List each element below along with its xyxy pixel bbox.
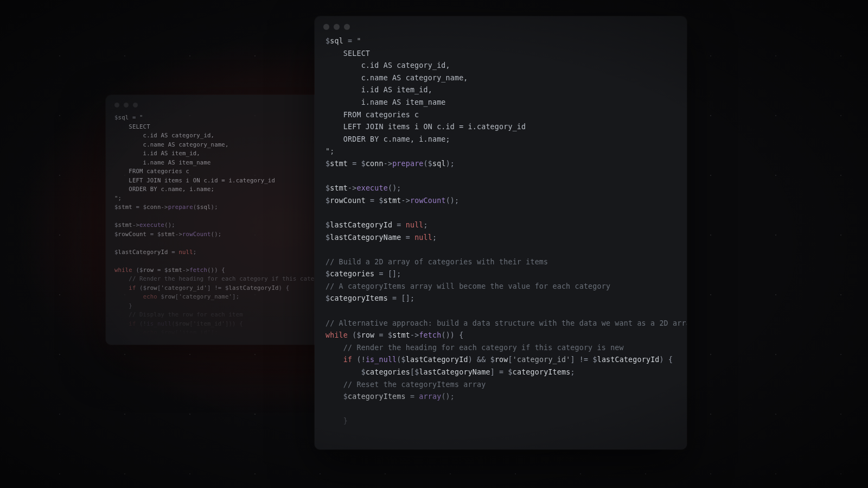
token-func: rowCount: [410, 197, 446, 205]
token-com: // Build a 2D array of categories with t…: [326, 258, 548, 266]
maximize-icon[interactable]: [344, 24, 350, 30]
token-var: stmt: [330, 184, 348, 192]
window-controls: [315, 16, 687, 35]
token-var: rowCount: [330, 197, 366, 205]
token-str: 'category_id': [513, 356, 571, 364]
token-dol: $: [114, 249, 118, 255]
token-op: [114, 284, 129, 291]
token-op: = [];: [388, 294, 414, 302]
token-str: ";: [326, 147, 334, 155]
token-sql: i.id AS item_id,: [326, 86, 432, 94]
token-str: 'category_name': [178, 293, 232, 300]
token-kw: echo: [143, 338, 157, 345]
token-op: ->: [175, 231, 182, 237]
token-com: // Display the row for each item: [114, 311, 243, 318]
token-op: ) &&: [468, 356, 490, 364]
token-op: (!: [352, 356, 366, 364]
minimize-icon[interactable]: [334, 24, 340, 30]
token-com: // Alternative approach: build a data st…: [326, 319, 687, 327]
token-op: );: [446, 160, 455, 168]
token-op: );: [211, 204, 218, 210]
token-sql: ORDER BY c.name, i.name;: [114, 186, 214, 192]
token-var: conn: [366, 160, 384, 168]
token-var: categories: [366, 368, 410, 376]
token-sql: i.name AS item_name: [326, 98, 446, 106]
token-sql: c.id AS category_id,: [326, 61, 450, 69]
token-dol: $: [490, 356, 495, 364]
token-op: =: [154, 267, 164, 273]
maximize-icon[interactable]: [133, 103, 138, 107]
token-sql: LEFT JOIN items i ON c.id = i.category_i…: [114, 177, 275, 183]
token-var: rowCount: [118, 231, 147, 237]
token-op: =: [348, 160, 361, 168]
token-var: lastCategoryId: [406, 356, 468, 364]
token-com: // A categoryItems array will become the…: [326, 282, 610, 290]
token-sql: i.id AS item_id,: [114, 150, 200, 156]
token-op: ;: [424, 221, 428, 229]
token-op: =: [146, 231, 157, 237]
token-op: =: [401, 233, 415, 242]
token-op: [326, 392, 343, 401]
token-op: (!: [136, 320, 146, 327]
token-op: ])) {: [225, 320, 243, 327]
token-var: lastCategoryId: [229, 284, 279, 291]
token-op: [: [157, 284, 161, 291]
token-op: =: [129, 114, 139, 121]
token-dol: $: [326, 294, 330, 302]
token-dol: $: [361, 160, 366, 168]
token-str: 'category_id': [161, 284, 208, 291]
token-func: prepare: [392, 160, 423, 168]
token-str: 'item_id': [178, 329, 210, 335]
token-str: ";: [114, 195, 122, 201]
token-op: ;: [432, 233, 437, 242]
token-dol: $: [508, 368, 513, 376]
token-str: 'item_id': [193, 320, 225, 327]
token-var: row: [146, 284, 157, 291]
token-dol: $: [379, 197, 384, 205]
token-func: prepare: [168, 204, 193, 210]
token-var: categories: [330, 270, 374, 278]
token-var: stmt: [168, 267, 182, 273]
token-dol: $: [361, 368, 366, 376]
token-kw: echo: [143, 329, 157, 335]
token-kw: while: [114, 267, 132, 273]
token-func: is_null: [146, 320, 171, 327]
token-var: row: [164, 338, 175, 345]
token-dol: $: [326, 197, 330, 205]
token-op: ();: [441, 392, 455, 401]
token-op: [: [189, 320, 193, 327]
token-sql: SELECT: [326, 49, 370, 58]
token-op: ()) {: [207, 267, 225, 273]
token-sql: c.id AS category_id,: [114, 132, 214, 138]
token-var: categoryItems: [330, 294, 388, 302]
token-sql: FROM categories c: [326, 111, 419, 119]
token-op: ;: [570, 368, 575, 376]
minimize-icon[interactable]: [124, 103, 129, 107]
token-op: (: [136, 284, 143, 291]
token-var: stmt: [392, 331, 410, 339]
token-var: lastCategoryId: [330, 221, 392, 229]
token-op: (: [348, 331, 356, 339]
token-op: ();: [388, 184, 401, 192]
token-dol: $: [196, 204, 200, 210]
token-sql: i.name AS item_name: [114, 159, 211, 166]
token-op: ] !=: [207, 284, 225, 291]
token-var: stmt: [384, 197, 401, 205]
token-op: ->: [401, 197, 410, 205]
token-var: lastCategoryName: [419, 368, 490, 376]
token-dol: $: [114, 221, 118, 228]
token-var: sql: [330, 37, 343, 45]
token-op: ();: [446, 197, 459, 205]
code-editor-front: $sql = " SELECT c.id AS category_id, c.n…: [315, 35, 687, 449]
close-icon[interactable]: [114, 103, 119, 107]
close-icon[interactable]: [323, 24, 329, 30]
token-dol: $: [388, 331, 392, 339]
token-dol: $: [326, 184, 330, 192]
token-var: lastCategoryName: [330, 233, 401, 242]
token-op: =: [406, 392, 419, 401]
token-func: fetch: [419, 331, 441, 339]
token-op: =: [343, 37, 357, 45]
token-func: execute: [356, 184, 387, 192]
token-var: sql: [118, 114, 129, 121]
token-op: ->: [132, 221, 139, 228]
